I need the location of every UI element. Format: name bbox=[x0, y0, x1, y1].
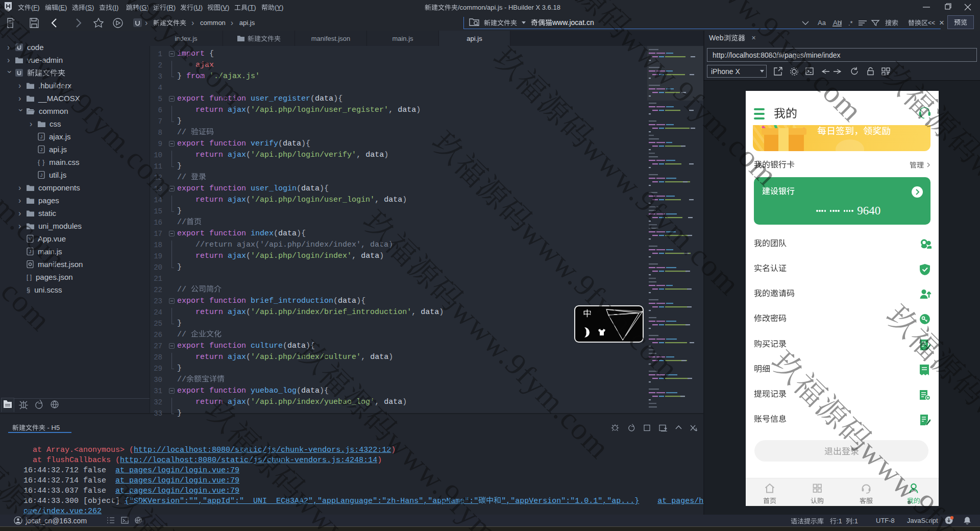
svg-text:J: J bbox=[40, 147, 43, 152]
svg-text:Aa: Aa bbox=[818, 19, 826, 27]
svg-text:J: J bbox=[40, 134, 43, 139]
svg-text:Ab: Ab bbox=[833, 19, 841, 27]
svg-text:J: J bbox=[40, 173, 43, 178]
svg-text:V: V bbox=[29, 236, 32, 242]
svg-text:.*: .* bbox=[848, 19, 853, 27]
svg-text:J: J bbox=[29, 249, 32, 254]
